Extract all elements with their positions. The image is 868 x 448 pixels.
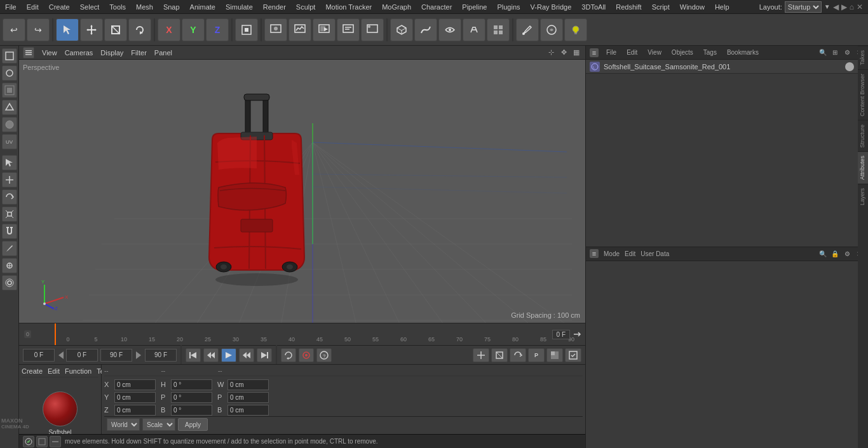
sidebar-model-mode[interactable] bbox=[2, 48, 17, 64]
loop-button[interactable] bbox=[281, 348, 296, 362]
sidebar-knife-tool[interactable] bbox=[2, 258, 17, 273]
frame-increment-icon[interactable] bbox=[135, 349, 142, 362]
frame-decrement-icon[interactable] bbox=[57, 349, 65, 362]
attributes-tab[interactable]: Attributes bbox=[858, 151, 868, 184]
coord-y-pos-input[interactable] bbox=[114, 392, 156, 403]
sidebar-selection-tool[interactable] bbox=[2, 155, 17, 170]
scene-settings-icon[interactable]: ⚙ bbox=[842, 48, 852, 58]
sidebar-uv-mode[interactable]: UV bbox=[2, 134, 17, 149]
menu-vray[interactable]: V-Ray Bridge bbox=[526, 2, 577, 12]
coord-p-input[interactable] bbox=[171, 392, 212, 403]
current-frame-input[interactable] bbox=[23, 349, 55, 362]
viewport-menu-cameras[interactable]: Cameras bbox=[65, 49, 93, 57]
menu-tools[interactable]: Tools bbox=[104, 2, 131, 12]
extra-play-btn-5[interactable] bbox=[565, 348, 581, 362]
scene-menu-icon[interactable]: ≡ bbox=[590, 48, 599, 57]
coord-w-input[interactable] bbox=[227, 379, 269, 390]
paint-brush-button[interactable] bbox=[516, 18, 539, 41]
menu-pipeline[interactable]: Pipeline bbox=[457, 2, 492, 12]
scale-tool-button[interactable] bbox=[104, 18, 127, 41]
coord-h-input[interactable] bbox=[171, 379, 212, 390]
step-forward-button[interactable] bbox=[239, 348, 254, 362]
attrs-menu-icon[interactable]: ≡ bbox=[590, 249, 599, 258]
preview-end-frame-input[interactable] bbox=[145, 349, 177, 362]
attrs-mode-tab[interactable]: Mode bbox=[604, 250, 620, 257]
step-back-button[interactable] bbox=[203, 348, 219, 362]
scene-search-icon[interactable]: 🔍 bbox=[818, 48, 828, 58]
sidebar-settings-tool[interactable] bbox=[2, 275, 17, 290]
y-axis-button[interactable]: Y bbox=[182, 18, 205, 41]
menu-motion-tracker[interactable]: Motion Tracker bbox=[320, 2, 377, 12]
spline-button[interactable] bbox=[414, 18, 437, 41]
viewport-move-icon[interactable]: ✥ bbox=[559, 48, 569, 58]
apply-button[interactable]: Apply bbox=[178, 418, 208, 431]
material-item[interactable]: Softshel bbox=[22, 389, 98, 436]
nav-forward-icon[interactable]: ▶ bbox=[841, 3, 847, 11]
play-forward-button[interactable] bbox=[221, 348, 236, 362]
coord-b-size-input[interactable] bbox=[227, 405, 269, 416]
layout-select[interactable]: Startup bbox=[785, 1, 822, 13]
redo-button[interactable]: ↪ bbox=[27, 18, 50, 41]
render-view-button[interactable] bbox=[288, 18, 311, 41]
nurbs-button[interactable] bbox=[438, 18, 461, 41]
start-frame-input[interactable] bbox=[66, 349, 98, 362]
scene-bookmarks-tab[interactable]: Bookmarks bbox=[724, 48, 761, 57]
array-button[interactable] bbox=[487, 18, 510, 41]
coord-b-input[interactable] bbox=[171, 405, 212, 416]
extra-play-btn-3[interactable] bbox=[510, 348, 526, 362]
sidebar-mesh-mode[interactable] bbox=[2, 65, 17, 81]
light-bulb-button[interactable] bbox=[564, 18, 587, 41]
menu-help[interactable]: Help bbox=[710, 2, 735, 12]
attrs-gear-icon[interactable]: ⚙ bbox=[842, 248, 852, 259]
menu-mograph[interactable]: MoGraph bbox=[377, 2, 416, 12]
content-browser-tab[interactable]: Content Browser bbox=[858, 69, 868, 120]
object-mode-button[interactable] bbox=[235, 18, 258, 41]
x-axis-button[interactable]: X bbox=[158, 18, 180, 41]
end-frame-input[interactable] bbox=[100, 349, 132, 362]
status-icon-1[interactable] bbox=[23, 436, 34, 447]
material-edit-menu[interactable]: Edit bbox=[48, 367, 60, 375]
scene-tags-tab[interactable]: Tags bbox=[701, 48, 719, 57]
viewport-menu-view[interactable]: View bbox=[42, 49, 57, 57]
menu-3dtoall[interactable]: 3DToAll bbox=[576, 2, 611, 12]
menu-create[interactable]: Create bbox=[44, 2, 75, 12]
nav-back-icon[interactable]: ◀ bbox=[833, 3, 839, 11]
deformer-button[interactable] bbox=[463, 18, 485, 41]
extra-play-btn-1[interactable] bbox=[473, 348, 489, 362]
status-icon-2[interactable] bbox=[36, 436, 48, 447]
viewport-3d[interactable]: Perspective bbox=[19, 60, 585, 323]
menu-sculpt[interactable]: Sculpt bbox=[291, 2, 321, 12]
cube-object-button[interactable] bbox=[390, 18, 413, 41]
render-to-picture-viewer-button[interactable] bbox=[313, 18, 336, 41]
sidebar-rotate-tool[interactable] bbox=[2, 189, 17, 205]
timeline-area[interactable]: 0 0 5 10 15 20 25 30 35 40 45 50 55 60 6… bbox=[19, 323, 585, 345]
scene-objects-tab[interactable]: Objects bbox=[669, 48, 696, 57]
world-select[interactable]: World bbox=[107, 418, 140, 431]
rotate-tool-button[interactable] bbox=[128, 18, 151, 41]
attrs-edit-tab[interactable]: Edit bbox=[625, 250, 635, 257]
render-animation-button[interactable] bbox=[361, 18, 384, 41]
extra-play-btn-4[interactable] bbox=[546, 348, 563, 362]
menu-window[interactable]: Window bbox=[675, 2, 710, 12]
sculpt-button[interactable] bbox=[540, 18, 563, 41]
menu-script[interactable]: Script bbox=[647, 2, 675, 12]
structure-tab[interactable]: Structure bbox=[858, 120, 868, 152]
current-frame-display[interactable]: 0 F bbox=[552, 330, 570, 339]
extra-play-btn-2[interactable] bbox=[491, 348, 508, 362]
sidebar-polygon-mode[interactable] bbox=[2, 117, 17, 132]
viewport-layout-icon[interactable]: ▦ bbox=[571, 48, 581, 58]
go-to-start-button[interactable] bbox=[186, 348, 201, 362]
coord-z-pos-input[interactable] bbox=[114, 405, 156, 416]
nav-home-icon[interactable]: ⌂ bbox=[850, 3, 854, 11]
material-create-menu[interactable]: Create bbox=[22, 367, 43, 375]
coord-p-size-input[interactable] bbox=[227, 392, 269, 403]
scene-view-tab[interactable]: View bbox=[645, 48, 664, 57]
menu-render[interactable]: Render bbox=[258, 2, 291, 12]
menu-mesh[interactable]: Mesh bbox=[131, 2, 158, 12]
select-tool-button[interactable] bbox=[56, 18, 79, 41]
sidebar-edge-mode[interactable] bbox=[2, 83, 17, 98]
attrs-userdata-tab[interactable]: User Data bbox=[641, 250, 669, 257]
go-to-end-button[interactable] bbox=[257, 348, 272, 362]
material-function-menu[interactable]: Function bbox=[65, 367, 92, 375]
attrs-lock-icon[interactable]: 🔒 bbox=[830, 248, 840, 259]
